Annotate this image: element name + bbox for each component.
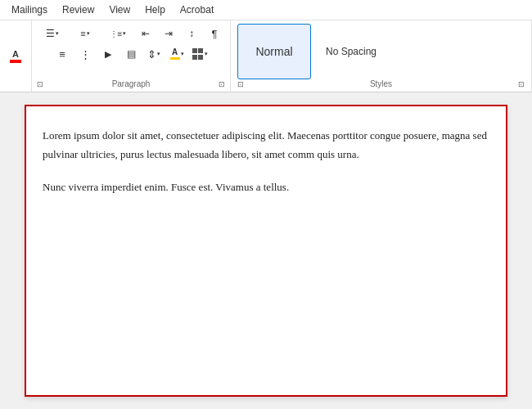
align-center-icon: ⋮	[80, 48, 90, 61]
font-color-section: A	[0, 20, 32, 92]
increase-indent-icon: ⇥	[165, 28, 173, 39]
menu-mailings[interactable]: Mailings	[5, 2, 54, 18]
align-right-button[interactable]: ▶︎	[97, 44, 119, 64]
document-text: Lorem ipsum dolor sit amet, consectetuer…	[43, 126, 489, 196]
paragraph-section: ☰ ▾ ≡ ▾ ⋮≡ ▾ ⇤	[32, 20, 231, 92]
multilevel-button[interactable]: ⋮≡ ▾	[102, 24, 133, 43]
list-row: ☰ ▾ ≡ ▾ ⋮≡ ▾ ⇤	[37, 24, 225, 43]
bullets-icon: ☰	[46, 28, 55, 39]
paragraph-buttons-top: ☰ ▾ ≡ ▾ ⋮≡ ▾ ⇤	[37, 24, 225, 64]
line-spacing-button[interactable]: ⇕ ▾	[143, 44, 165, 64]
sort-icon: ↕	[189, 28, 194, 39]
borders-arrow: ▾	[205, 51, 208, 57]
styles-expand-icon2[interactable]: ⊡	[518, 80, 525, 88]
style-normal-button[interactable]: Normal	[237, 24, 311, 79]
menu-help[interactable]: Help	[138, 2, 172, 18]
styles-section: Normal No Spacing ⊡ Styles ⊡	[231, 20, 532, 92]
app-window: Mailings Review View Help Acrobat A ☰	[0, 0, 532, 409]
sort-button[interactable]: ↕	[181, 24, 202, 43]
paragraph-footer: ⊡ Paragraph ⊡	[37, 79, 225, 88]
document-page[interactable]: Lorem ipsum dolor sit amet, consectetuer…	[25, 105, 507, 397]
borders-icon	[192, 48, 204, 60]
document-container: Lorem ipsum dolor sit amet, consectetuer…	[0, 92, 532, 409]
decrease-indent-button[interactable]: ⇤	[135, 24, 156, 43]
paragraph-expand-icon2[interactable]: ⊡	[219, 80, 225, 88]
styles-footer: ⊡ Styles ⊡	[237, 79, 525, 88]
bullets-button[interactable]: ☰ ▾	[37, 24, 68, 43]
toolbar: A ☰ ▾ ≡ ▾	[0, 20, 532, 92]
decrease-indent-icon: ⇤	[142, 28, 150, 39]
styles-label: Styles	[370, 79, 392, 88]
justify-icon: ▤	[127, 48, 136, 60]
multilevel-icon: ⋮≡	[110, 29, 123, 38]
shading-button[interactable]: A ▾	[166, 44, 187, 64]
align-left-icon: ≡	[59, 48, 65, 61]
menu-review[interactable]: Review	[56, 2, 101, 18]
normal-preview: Normal	[255, 45, 292, 59]
increase-indent-button[interactable]: ⇥	[158, 24, 179, 43]
numbering-dropdown-arrow: ▾	[87, 30, 90, 37]
borders-button[interactable]: ▾	[189, 44, 210, 64]
pilcrow-icon: ¶	[212, 28, 218, 40]
align-center-button[interactable]: ⋮	[74, 44, 96, 64]
line-spacing-icon: ⇕	[147, 48, 156, 61]
numbering-button[interactable]: ≡ ▾	[70, 24, 101, 43]
styles-expand-icon[interactable]: ⊡	[237, 80, 244, 88]
show-formatting-button[interactable]: ¶	[204, 24, 225, 43]
menu-acrobat[interactable]: Acrobat	[174, 2, 220, 18]
no-spacing-preview: No Spacing	[326, 46, 376, 57]
paragraph-expand-icon[interactable]: ⊡	[37, 80, 43, 88]
shading-arrow: ▾	[181, 51, 184, 57]
align-right-icon: ▶︎	[105, 49, 111, 60]
multilevel-dropdown-arrow: ▾	[123, 30, 126, 37]
paragraph-1: Lorem ipsum dolor sit amet, consectetuer…	[43, 126, 489, 164]
alignment-row: ≡ ⋮ ▶︎ ▤ ⇕	[52, 44, 210, 64]
paragraph-label: Paragraph	[112, 79, 151, 88]
menu-bar: Mailings Review View Help Acrobat	[0, 0, 532, 20]
style-no-spacing-button[interactable]: No Spacing	[314, 24, 388, 79]
justify-button[interactable]: ▤	[120, 44, 142, 64]
line-spacing-arrow: ▾	[157, 51, 160, 57]
paragraph-2: Nunc viverra imperdiet enim. Fusce est. …	[43, 178, 489, 196]
bullets-dropdown-arrow: ▾	[56, 30, 59, 37]
shading-icon: A	[170, 48, 180, 60]
font-color-button[interactable]: A	[5, 47, 26, 66]
numbering-icon: ≡	[80, 29, 85, 38]
font-color-icon: A	[10, 50, 21, 63]
menu-view[interactable]: View	[102, 2, 137, 18]
align-left-button[interactable]: ≡	[52, 44, 73, 64]
